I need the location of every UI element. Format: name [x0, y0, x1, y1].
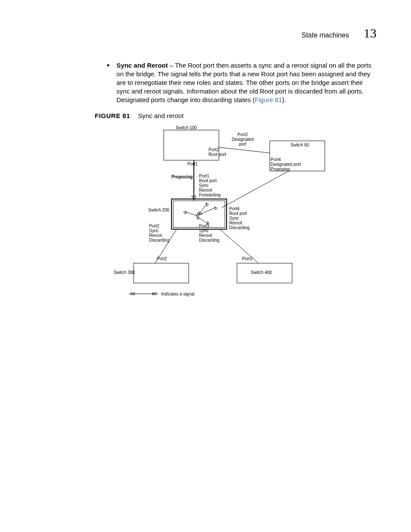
label-port4-designated: Port4 Designated port Proposing — [271, 157, 301, 171]
bullet-item: • Sync and Reroot – The Root port then a… — [95, 61, 377, 104]
figure-caption: FIGURE 81 Sync and reroot — [95, 112, 377, 119]
page-header: State machines 13 — [95, 26, 377, 40]
figure-diagram: Switch 100 Switch 60 Port2 Designated po… — [108, 124, 383, 305]
label-legend: Indicates a signal — [161, 292, 194, 296]
chapter-number: 13 — [364, 26, 377, 40]
label-port3-block: Port3 Sync Reroot Discarding — [199, 224, 219, 243]
svg-line-13 — [185, 212, 197, 216]
label-port1-block: Port1 Root port Sync Reroot Forwarding — [199, 174, 221, 197]
figure-ref-link[interactable]: Figure 81 — [255, 96, 282, 103]
svg-line-14 — [198, 218, 208, 224]
label-port2-root: Port2 Root port — [209, 147, 226, 157]
bullet-text: Sync and Reroot – The Root port then ass… — [116, 61, 377, 104]
section-title: State machines — [302, 31, 349, 39]
label-port3-btm: Port3 — [242, 256, 252, 261]
svg-line-8 — [222, 171, 289, 208]
figure-label: FIGURE 81 — [95, 112, 130, 119]
label-proposing: Proposing — [171, 174, 193, 179]
bullet-body-2: ). — [282, 96, 286, 103]
label-switch-300: Switch 300 — [114, 270, 135, 275]
svg-line-10 — [220, 229, 258, 263]
label-switch-400: Switch 400 — [251, 270, 272, 275]
label-switch-100: Switch 100 — [176, 125, 197, 130]
label-port2-designated: Port2 Designated port — [232, 132, 254, 146]
label-port2-block: Port2 Sync Reroot Discarding — [149, 224, 169, 243]
bullet-heading: Sync and Reroot — [116, 62, 168, 69]
svg-rect-4 — [134, 263, 189, 283]
bullet-dot-icon: • — [107, 61, 109, 104]
label-port4-block: Port4 Root port Sync Reroot Discarding — [229, 206, 249, 230]
label-switch-60: Switch 60 — [290, 143, 309, 147]
label-switch-200: Switch 200 — [148, 208, 169, 212]
label-port2-btm: Port2 — [157, 256, 167, 261]
svg-line-6 — [219, 147, 270, 153]
label-port1-top: Port1 — [187, 162, 198, 166]
figure-caption-text: Sync and reroot — [138, 112, 184, 119]
